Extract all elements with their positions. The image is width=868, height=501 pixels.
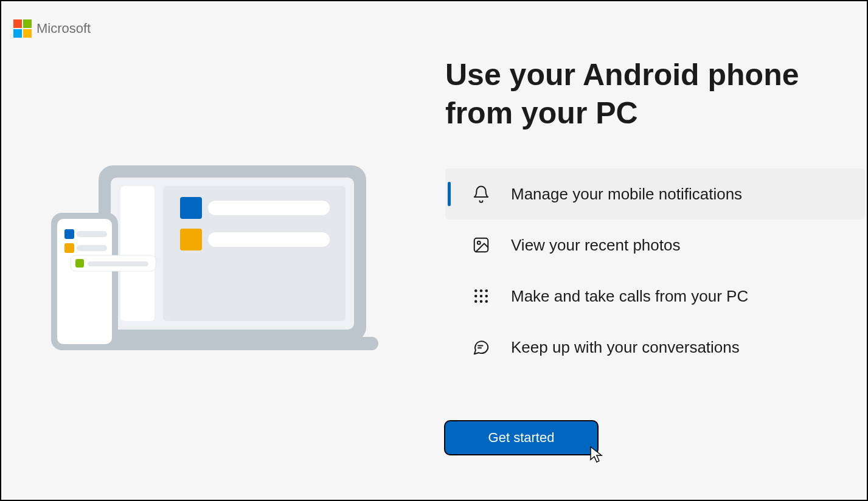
svg-point-20 [474, 289, 477, 292]
microsoft-logo-icon [13, 19, 32, 38]
feature-list: Manage your mobile notifications View yo… [445, 168, 865, 373]
svg-point-23 [474, 295, 477, 298]
dialpad-icon [471, 286, 491, 306]
feature-conversations[interactable]: Keep up with your conversations [445, 322, 865, 373]
svg-rect-5 [180, 197, 202, 219]
chat-icon [471, 337, 491, 358]
feature-label: View your recent photos [511, 236, 680, 255]
feature-notifications[interactable]: Manage your mobile notifications [445, 168, 865, 219]
svg-point-24 [480, 295, 483, 298]
feature-photos[interactable]: View your recent photos [445, 219, 865, 271]
svg-point-25 [485, 295, 488, 298]
svg-rect-16 [75, 259, 84, 268]
svg-point-21 [480, 289, 483, 292]
svg-rect-14 [77, 245, 107, 251]
svg-rect-12 [77, 231, 107, 237]
svg-point-28 [485, 300, 488, 303]
microsoft-logo: Microsoft [13, 19, 91, 38]
brand-text: Microsoft [36, 21, 91, 36]
svg-rect-6 [208, 201, 330, 215]
svg-rect-11 [64, 229, 74, 239]
bell-icon [471, 184, 491, 204]
svg-point-27 [480, 300, 483, 303]
svg-rect-13 [64, 243, 74, 253]
feature-label: Keep up with your conversations [511, 338, 740, 357]
feature-calls[interactable]: Make and take calls from your PC [445, 271, 865, 322]
photo-icon [471, 235, 491, 255]
svg-rect-2 [86, 337, 378, 350]
phone-pc-illustration [50, 159, 391, 366]
svg-point-26 [474, 300, 477, 303]
svg-rect-3 [120, 186, 155, 321]
get-started-button[interactable]: Get started [445, 421, 597, 454]
feature-label: Manage your mobile notifications [511, 185, 742, 204]
svg-rect-17 [88, 261, 148, 266]
svg-rect-7 [180, 229, 202, 250]
page-heading: Use your Android phone from your PC [445, 56, 865, 132]
svg-point-19 [477, 241, 481, 244]
feature-label: Make and take calls from your PC [511, 287, 748, 306]
svg-rect-8 [208, 232, 330, 247]
svg-point-22 [485, 289, 488, 292]
